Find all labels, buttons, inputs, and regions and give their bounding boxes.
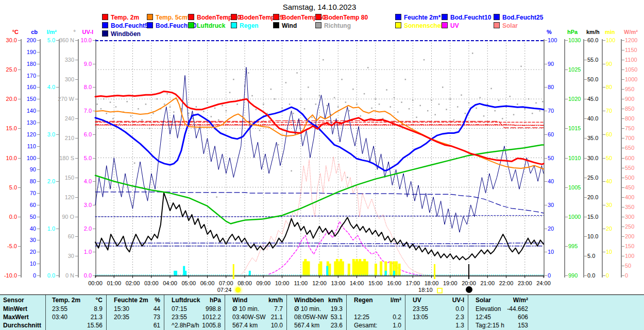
axis-tick-label-pct: 10: [548, 249, 576, 255]
x-axis-label: 03:00: [142, 280, 161, 286]
cell-direction: W-NW: [310, 314, 328, 321]
axis-tick-cb: [37, 64, 40, 64]
sunrise-time-label: 07:24: [202, 287, 231, 293]
table-cell-wind-maxwert: 03:40W-SW21.1: [228, 314, 285, 321]
axis-tick-label-wm2: 900: [625, 96, 644, 102]
legend-label: Regen: [240, 22, 259, 29]
axis-title-uv-i: UV-I: [62, 29, 93, 35]
table-cell-wind-minwert: Ø 10 min.7.7: [228, 305, 285, 312]
axis-tick-wm2: [622, 79, 624, 80]
axis-tick-pct: [545, 205, 547, 205]
axis-tick-cb: [37, 99, 40, 99]
legend-item-temp-5cm: Temp. 5cm*: [147, 14, 190, 21]
axis-tick-min: [603, 111, 605, 111]
cell-time: 567.4 km: [290, 322, 319, 329]
axis-tick-cb: [37, 193, 40, 194]
table-separator: [225, 295, 225, 330]
axis-tick-label-wm2: 750: [625, 125, 644, 131]
table-cell-uv-durchschnitt: 1.3: [408, 322, 467, 329]
axis-tick-kmh: [584, 256, 587, 256]
axis-tick-hpa: [565, 187, 568, 188]
legend-swatch-bodentemp-25: [231, 14, 237, 20]
legend-label: Luftdruck: [197, 22, 225, 29]
x-axis-label: 06:00: [198, 280, 217, 286]
axis-tick-label-wm2: 800: [625, 115, 644, 121]
axis-tick-wm2: [622, 109, 624, 109]
axis-tick-label-wm2: 650: [625, 145, 644, 151]
sensor-unit: W/m²: [504, 297, 531, 304]
axis-tick-kmh: [584, 60, 587, 60]
axis-tick-label-deg: 270 W: [46, 96, 74, 102]
axis-tick-pct: [545, 134, 547, 135]
axis-tick-wm2: [622, 168, 624, 168]
axis-tick-label-uv-i: 6.0: [63, 131, 92, 137]
table-cell-solar-durchschnitt: Tag:2:15 h153: [471, 322, 531, 329]
table-header-wind: Windkm/h: [228, 297, 285, 304]
axis-tick-label-temp-c: -5.0: [0, 243, 17, 249]
table-cell-feuchte-2m-maxwert: 20:3573: [109, 314, 163, 321]
cell-time: 12:45: [471, 314, 503, 321]
axis-tick-label-cb: 190: [8, 49, 36, 55]
axis-tick-label-uv-i: 5.0: [63, 155, 92, 161]
table-row-label-sensor: Sensor: [3, 297, 24, 304]
axis-tick-deg: [75, 138, 78, 138]
table-header-luftdruck: LuftdruckhPa: [167, 297, 224, 304]
cell-value: 21.3: [79, 314, 105, 321]
axis-tick-label-wm2: 1000: [625, 76, 644, 82]
sensor-unit: km/h: [324, 297, 345, 304]
legend-swatch-bod-feucht10: [442, 14, 448, 20]
axis-line-kmh: [583, 39, 584, 277]
axis-tick-kmh: [584, 99, 587, 99]
cell-time: 12:25: [349, 314, 376, 321]
page-title: Samstag, 14.10.2023: [95, 3, 544, 11]
axis-line-cb: [40, 39, 41, 277]
x-axis-label: 20:00: [459, 280, 479, 286]
x-axis-label: 10:00: [273, 280, 292, 286]
sensor-name: Regen: [349, 297, 378, 304]
axis-tick-hpa: [565, 40, 568, 41]
axis-tick-wm2: [622, 187, 624, 188]
table-separator: [468, 295, 468, 330]
axis-tick-kmh: [584, 275, 587, 276]
table-separator: [346, 295, 347, 330]
axis-tick-wm2: [622, 118, 624, 119]
table-cell-regen-durchschnitt: Gesamt:1.0: [349, 322, 404, 329]
axis-tick-temp-c: [18, 70, 21, 70]
table-cell-uv-minwert: 23:550.0: [408, 305, 467, 312]
sensor-name: Solar: [471, 297, 504, 304]
x-axis-label: 13:00: [328, 280, 348, 286]
table-row-label-minwert: MinWert: [3, 305, 27, 312]
legend-label: Windböen: [111, 30, 141, 38]
table-cell-solar-maxwert: 12:45606: [471, 314, 531, 321]
legend-label: Richtung: [324, 22, 351, 29]
axis-tick-temp-c: [18, 246, 21, 247]
legend-item-regen: Regen: [231, 22, 259, 29]
axis-tick-cb: [37, 264, 40, 264]
sensor-unit: %: [148, 297, 163, 304]
axis-tick-wm2: [622, 236, 624, 237]
legend-label: Feuchte 2m*: [404, 14, 440, 21]
sensor-unit: l/m²: [378, 297, 404, 304]
axis-tick-min: [603, 158, 605, 159]
axis-tick-label-cb: 130: [8, 119, 36, 126]
axis-tick-label-cb: 150: [8, 96, 36, 102]
legend-item-feuchte-2m: Feuchte 2m*: [395, 14, 440, 21]
axis-tick-label-cb: 90: [8, 166, 36, 172]
axis-tick-min: [603, 40, 605, 41]
cell-value: 1.3: [440, 322, 467, 329]
x-axis-label: 23:00: [515, 280, 535, 286]
legend-swatch-bodentemp-50: [273, 14, 279, 20]
legend-item-luftdruck: Luftdruck: [188, 22, 225, 29]
axis-tick-wm2: [622, 148, 624, 148]
cell-value: 2.3: [440, 314, 467, 321]
legend-label: Solar: [502, 22, 518, 29]
legend-swatch-bodentemp-10: [188, 14, 194, 20]
axis-tick-pct: [545, 158, 547, 159]
table-row-label-durchschnitt: Durchschnitt: [3, 322, 41, 329]
axis-tick-label-pct: 40: [548, 178, 576, 184]
table-header-temp-2m: Temp. 2m°C: [47, 297, 105, 304]
sensor-name: Temp. 2m: [47, 297, 80, 304]
legend-swatch-regen: [231, 22, 237, 28]
legend-label: Sonnenschein: [404, 22, 446, 29]
axis-line-hpa: [564, 39, 565, 277]
